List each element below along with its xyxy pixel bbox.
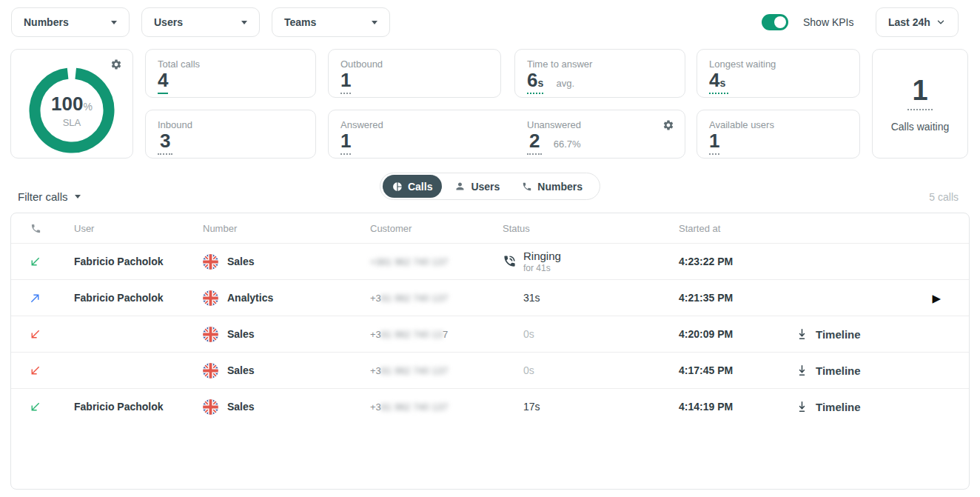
row-status: 17s bbox=[523, 401, 540, 413]
row-number: Sales bbox=[227, 401, 255, 413]
row-number: Sales bbox=[227, 256, 255, 267]
available-users-label: Available users bbox=[709, 119, 848, 130]
show-kpis-label: Show KPIs bbox=[803, 16, 853, 28]
time-to-answer-label: Time to answer bbox=[527, 59, 673, 70]
tab-users-label: Users bbox=[471, 181, 500, 193]
sla-value: 100 bbox=[51, 93, 83, 115]
row-customer: +381 962 740 137 bbox=[360, 256, 491, 267]
show-kpis-toggle[interactable] bbox=[762, 14, 788, 30]
sla-label: SLA bbox=[63, 117, 81, 128]
missed-call-icon bbox=[11, 328, 64, 341]
caret-down-icon bbox=[75, 195, 81, 199]
header-started: Started at bbox=[668, 223, 785, 234]
tab-calls[interactable]: Calls bbox=[383, 175, 442, 198]
inbound-value: 3 bbox=[158, 130, 172, 155]
users-filter-label: Users bbox=[154, 16, 183, 28]
tab-numbers-label: Numbers bbox=[537, 181, 583, 193]
chevron-down-icon bbox=[936, 17, 946, 27]
total-calls-card: Total calls 4 bbox=[145, 49, 316, 98]
timeline-button-label: Timeline bbox=[816, 328, 861, 341]
time-to-answer-unit: s bbox=[537, 77, 543, 89]
timeline-button[interactable]: Timeline bbox=[785, 400, 969, 414]
header-status: Status bbox=[491, 223, 668, 234]
sla-percent-sign: % bbox=[83, 101, 92, 113]
row-user: Fabricio Pacholok bbox=[64, 401, 192, 413]
timeline-button[interactable]: Timeline bbox=[785, 327, 969, 341]
play-recording-button[interactable]: ▶ bbox=[932, 293, 941, 304]
timeline-icon bbox=[795, 327, 809, 341]
time-to-answer-card: Time to answer 6s avg. bbox=[514, 49, 685, 98]
uk-flag-icon bbox=[203, 327, 218, 342]
blurred-phone-number: 81 962 740 137 bbox=[381, 293, 448, 304]
row-number: Sales bbox=[227, 328, 255, 340]
table-row: Fabricio Pacholok Sales +381 962 740 137… bbox=[11, 243, 969, 279]
row-customer: +381 962 740 137 bbox=[360, 401, 491, 413]
row-started-at: 4:23:22 PM bbox=[668, 256, 785, 267]
total-calls-label: Total calls bbox=[158, 59, 303, 70]
users-filter-dropdown[interactable]: Users bbox=[141, 7, 260, 37]
table-header: User Number Customer Status Started at bbox=[11, 213, 969, 243]
sla-card: 100% SLA bbox=[10, 49, 133, 159]
phone-column-icon bbox=[11, 223, 64, 234]
answered-label: Answered bbox=[340, 119, 383, 130]
row-status: 0s bbox=[523, 328, 534, 340]
unanswered-label: Unanswered bbox=[527, 119, 581, 130]
row-started-at: 4:21:35 PM bbox=[668, 292, 785, 304]
row-customer: +381 962 740 137 bbox=[360, 329, 491, 340]
filter-calls-dropdown[interactable]: Filter calls bbox=[18, 190, 81, 203]
tab-users[interactable]: Users bbox=[445, 175, 509, 198]
header-number: Number bbox=[192, 223, 360, 234]
numbers-filter-dropdown[interactable]: Numbers bbox=[11, 7, 130, 37]
time-range-dropdown[interactable]: Last 24h bbox=[876, 7, 959, 37]
longest-waiting-label: Longest waiting bbox=[709, 59, 848, 70]
blurred-phone-number: 81 962 740 13 bbox=[381, 329, 443, 340]
outbound-call-icon bbox=[11, 292, 64, 304]
inbound-call-icon bbox=[11, 401, 64, 413]
toggle-knob bbox=[774, 16, 786, 28]
longest-waiting-value: 4 bbox=[709, 69, 719, 91]
inbound-label: Inbound bbox=[158, 119, 303, 130]
gear-icon[interactable] bbox=[662, 119, 674, 131]
outbound-value: 1 bbox=[340, 70, 351, 94]
row-started-at: 4:14:19 PM bbox=[668, 401, 785, 413]
available-users-card: Available users 1 bbox=[697, 110, 860, 159]
answered-unanswered-card: Answered 1 Unanswered 2 66.7% bbox=[328, 110, 685, 159]
teams-filter-dropdown[interactable]: Teams bbox=[272, 7, 390, 37]
tab-calls-label: Calls bbox=[408, 181, 432, 193]
phone-icon bbox=[522, 181, 532, 192]
calls-count: 5 calls bbox=[929, 191, 959, 203]
row-status: 31s bbox=[523, 292, 540, 304]
person-icon bbox=[454, 181, 466, 192]
row-status: Ringing bbox=[523, 250, 561, 262]
row-customer: +381 962 740 137 bbox=[360, 293, 491, 304]
ringing-icon bbox=[503, 254, 517, 269]
time-to-answer-suffix: avg. bbox=[557, 78, 575, 89]
unanswered-percent: 66.7% bbox=[554, 139, 581, 150]
header-user: User bbox=[64, 223, 192, 234]
row-status-duration: for 41s bbox=[523, 263, 561, 273]
numbers-filter-label: Numbers bbox=[24, 16, 69, 28]
row-customer: +381 962 740 137 bbox=[360, 365, 491, 376]
row-started-at: 4:20:09 PM bbox=[668, 328, 785, 340]
row-number: Sales bbox=[227, 364, 255, 376]
longest-waiting-unit: s bbox=[719, 77, 725, 89]
caret-down-icon bbox=[241, 21, 247, 24]
answered-value: 1 bbox=[340, 130, 351, 155]
timeline-icon bbox=[795, 400, 809, 414]
caret-down-icon bbox=[372, 21, 377, 24]
timeline-button[interactable]: Timeline bbox=[785, 364, 969, 378]
tab-numbers[interactable]: Numbers bbox=[512, 175, 592, 198]
blurred-phone-number: 81 962 740 137 bbox=[381, 401, 448, 413]
uk-flag-icon bbox=[203, 399, 218, 415]
teams-filter-label: Teams bbox=[284, 16, 316, 28]
row-started-at: 4:17:45 PM bbox=[668, 364, 785, 376]
calls-waiting-card: 1 Calls waiting bbox=[872, 49, 968, 159]
row-status: 0s bbox=[523, 364, 534, 376]
row-number: Analytics bbox=[227, 292, 273, 304]
timeline-button-label: Timeline bbox=[816, 401, 861, 413]
outbound-card: Outbound 1 bbox=[328, 49, 501, 98]
view-tabs: Calls Users Numbers bbox=[380, 173, 600, 200]
uk-flag-icon bbox=[203, 363, 218, 378]
timeline-button-label: Timeline bbox=[816, 364, 861, 377]
blurred-phone-number: 81 962 740 137 bbox=[381, 365, 448, 376]
